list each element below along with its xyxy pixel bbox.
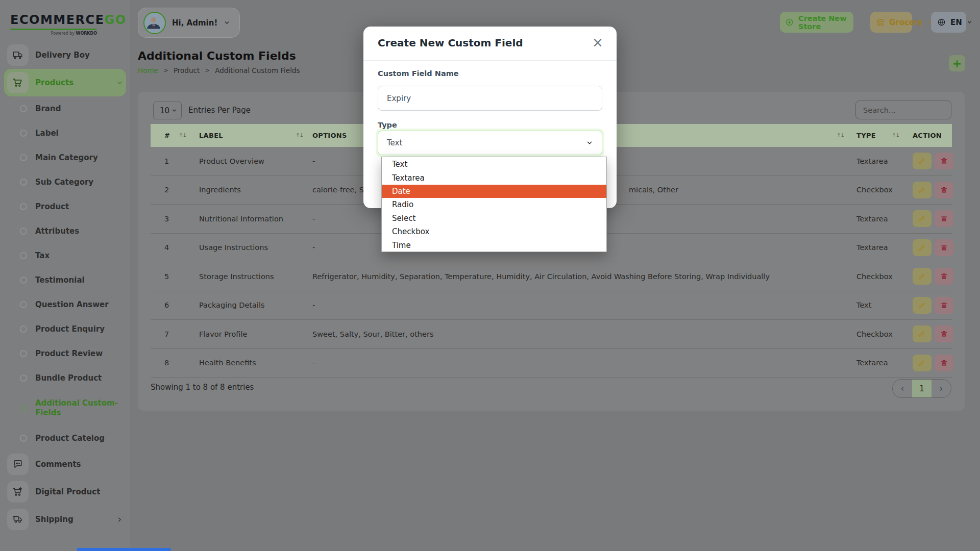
pagination-next-button[interactable]: [932, 380, 951, 397]
edit-button[interactable]: [913, 153, 932, 169]
pencil-icon: [918, 215, 926, 222]
bullet-icon: [20, 203, 27, 210]
modal-header: Create New Custom Field ×: [363, 27, 617, 61]
delete-button[interactable]: [935, 239, 953, 256]
sidebar-item-product-enquiry[interactable]: Product Enquiry: [0, 317, 130, 341]
edit-button[interactable]: [913, 210, 932, 227]
custom-field-name-input[interactable]: [378, 86, 602, 111]
sidebar-item-label: Product Enquiry: [35, 324, 105, 334]
sort-icon[interactable]: ↑↓: [296, 124, 303, 147]
delete-button[interactable]: [935, 182, 953, 198]
column-header-label[interactable]: LABEL: [199, 124, 223, 147]
edit-button[interactable]: [913, 355, 932, 371]
globe-icon: [937, 18, 946, 27]
trash-icon: [940, 272, 948, 280]
user-menu[interactable]: Hi, Admin!: [138, 8, 240, 38]
sidebar-item-main-category[interactable]: Main Category: [0, 145, 130, 170]
sidebar-item-label: Shipping: [35, 515, 74, 524]
pencil-icon: [918, 244, 926, 252]
sidebar-item-tax[interactable]: Tax: [0, 243, 130, 268]
column-header-num[interactable]: #: [164, 124, 170, 147]
sidebar-item-products[interactable]: Products: [4, 69, 126, 96]
add-custom-field-button[interactable]: +: [949, 55, 965, 71]
sidebar-item-delivery-boy[interactable]: Delivery Boy: [0, 41, 130, 69]
edit-button[interactable]: [913, 268, 932, 285]
sidebar-item-label: Tax: [35, 251, 50, 261]
bullet-icon: [20, 350, 27, 357]
pencil-icon: [918, 330, 926, 338]
sidebar-item-product-review[interactable]: Product Review: [0, 341, 130, 366]
table-row: 7Flavor ProfileSweet, Salty, Sour, Bitte…: [151, 320, 952, 349]
sidebar-item-comments[interactable]: Comments: [0, 450, 130, 478]
sort-icon[interactable]: ↑↓: [179, 124, 186, 147]
search-input[interactable]: [855, 101, 951, 119]
type-select[interactable]: Text: [378, 131, 602, 155]
sidebar-item-bundle-product[interactable]: Bundle Product: [0, 366, 130, 390]
sidebar-item-attributes[interactable]: Attributes: [0, 219, 130, 243]
entries-per-page-select[interactable]: 10: [153, 102, 182, 119]
table-row: 6Packaging Details-Text: [151, 291, 952, 320]
sidebar-item-label[interactable]: Label: [0, 121, 130, 145]
delete-button[interactable]: [935, 268, 953, 285]
page-title: Additional Custom Fields: [138, 49, 296, 62]
sidebar-item-sub-category[interactable]: Sub Category: [0, 170, 130, 194]
dropdown-option-time[interactable]: Time: [382, 238, 606, 252]
delete-button[interactable]: [935, 153, 953, 169]
sidebar-item-shipping[interactable]: Shipping: [0, 506, 130, 533]
sidebar-item-testimonial[interactable]: Testimonial: [0, 268, 130, 292]
sidebar-item-product-catelog[interactable]: Product Catelog: [0, 426, 130, 450]
chevron-right-icon: >: [205, 67, 210, 74]
plus-circle-icon: [785, 18, 794, 27]
column-header-options[interactable]: OPTIONS: [312, 124, 347, 147]
store-selector-button[interactable]: Grocery: [870, 12, 912, 33]
column-header-type[interactable]: TYPE: [856, 124, 876, 147]
trash-icon: [940, 186, 948, 194]
chevron-right-icon: [938, 386, 944, 392]
pencil-icon: [918, 272, 926, 280]
sidebar-item-label: Product Catelog: [35, 434, 105, 443]
close-icon[interactable]: ×: [589, 34, 606, 51]
table-row: 8Health Benefits-Textarea: [151, 349, 952, 378]
sidebar-item-label: Attributes: [35, 227, 79, 236]
brand-logo[interactable]: ECOMMERCEGO Powered by WORKDO: [10, 13, 120, 36]
breadcrumb-product[interactable]: Product: [174, 66, 200, 74]
row-type: Textarea: [856, 215, 888, 223]
edit-button[interactable]: [913, 297, 932, 314]
language-selector-button[interactable]: EN: [931, 12, 966, 33]
sidebar-item-label: Main Category: [35, 153, 98, 163]
dropdown-option-text[interactable]: Text: [382, 158, 606, 171]
horizontal-scrollbar-thumb[interactable]: [77, 548, 171, 551]
dropdown-option-checkbox[interactable]: Checkbox: [382, 225, 606, 238]
bullet-icon: [20, 154, 27, 161]
sort-icon[interactable]: ↑↓: [892, 124, 899, 147]
pagination-prev-button[interactable]: [893, 380, 912, 397]
delete-button[interactable]: [935, 297, 953, 314]
breadcrumb-current: Additional Custom Fields: [215, 66, 300, 74]
sidebar-item-question-answer[interactable]: Question Answer: [0, 292, 130, 317]
dropdown-option-radio[interactable]: Radio: [382, 198, 606, 211]
sort-icon[interactable]: ↑↓: [837, 124, 844, 147]
row-type: Textarea: [856, 359, 888, 367]
pagination-page-1[interactable]: 1: [912, 380, 932, 397]
row-number: 1: [164, 157, 169, 165]
dropdown-option-date[interactable]: Date: [382, 185, 606, 198]
edit-button[interactable]: [913, 182, 932, 198]
dropdown-option-textarea[interactable]: Textarea: [382, 171, 606, 184]
sidebar-item-additional-custom-fields[interactable]: Additional Custom-Fields: [0, 390, 130, 426]
sidebar-item-digital-product[interactable]: Digital Product: [0, 478, 130, 506]
delete-button[interactable]: [935, 210, 953, 227]
sidebar-item-brand[interactable]: Brand: [0, 96, 130, 121]
delete-button[interactable]: [935, 325, 953, 342]
breadcrumb-home[interactable]: Home: [138, 66, 158, 74]
sidebar-item-label: Product: [35, 202, 69, 212]
sidebar-item-label: Product Review: [35, 349, 103, 359]
sidebar-item-product[interactable]: Product: [0, 194, 130, 219]
shipping-truck-icon: [7, 509, 29, 530]
edit-button[interactable]: [913, 325, 932, 342]
bullet-icon: [20, 374, 27, 382]
delete-button[interactable]: [935, 355, 953, 371]
create-new-store-button[interactable]: Create New Store: [780, 12, 853, 33]
edit-button[interactable]: [913, 239, 932, 256]
type-label: Type: [378, 121, 397, 129]
dropdown-option-select[interactable]: Select: [382, 212, 606, 225]
